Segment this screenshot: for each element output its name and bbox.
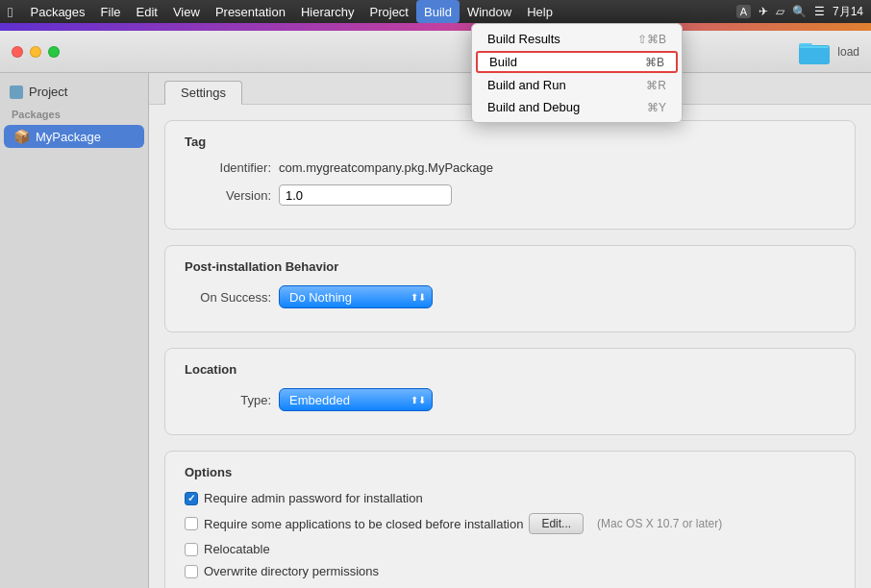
checkbox-row-1: Require some applications to be closed b… [185,513,835,534]
titlebar: load [0,31,871,73]
hint-text: (Mac OS X 10.7 or later) [597,517,722,530]
checkbox-label-2: Relocatable [204,542,270,556]
checkbox-label-1: Require some applications to be closed b… [204,517,523,531]
identifier-row: Identifier: com.mygreatcompany.pkg.MyPac… [185,160,835,175]
dropdown-shortcut-build: ⌘B [645,56,664,69]
type-value: Embedded [289,393,407,407]
type-row: Type: Embedded ⬆⬇ [185,388,835,411]
checkbox-row-0: Require admin password for installation [185,491,835,505]
tag-section-title: Tag [185,135,835,149]
edit-button[interactable]: Edit... [529,513,584,534]
version-label: Version: [185,188,271,203]
main-window: load Project Packages 📦 MyPackage Settin… [0,23,871,588]
folder-svg [799,39,830,64]
on-success-label: On Success: [185,290,271,305]
package-icon: 📦 [13,129,30,144]
menubar-date: 7月14 [833,4,863,20]
traffic-lights [12,46,60,58]
project-icon [10,86,23,99]
dropdown-label-build-run: Build and Run [487,78,638,92]
tab-settings[interactable]: Settings [164,81,242,105]
checkbox-row-3: Overwrite directory permissions [185,564,835,578]
select-arrow-icon: ⬆⬇ [411,292,426,303]
type-select-arrow-icon: ⬆⬇ [411,395,426,405]
sidebar-item-mypackage-label: MyPackage [36,130,101,144]
dropdown-item-build-run[interactable]: Build and Run ⌘R [472,74,682,96]
build-dropdown-menu: Build Results ⇧⌘B Build ⌘B Build and Run… [471,23,683,123]
upload-label: load [837,45,859,59]
menubar-icon-a: A [736,5,751,18]
dropdown-label-build: Build [489,55,637,69]
dropdown-label-build-debug: Build and Debug [487,100,639,114]
svg-rect-4 [799,48,830,63]
type-label: Type: [185,393,271,407]
version-input[interactable] [279,184,452,206]
on-success-row: On Success: Do Nothing ⬆⬇ [185,285,835,308]
on-success-select[interactable]: Do Nothing ⬆⬇ [279,285,433,308]
menubar-build[interactable]: Build [416,0,460,23]
packages-section-header: Packages [0,107,148,124]
location-title: Location [185,362,835,377]
menubar-window[interactable]: Window [460,0,519,23]
checkbox-label-3: Overwrite directory permissions [204,564,379,578]
sidebar-item-project[interactable]: Project [0,81,148,103]
menubar-notifications-icon[interactable]: ☰ [814,5,825,18]
dropdown-shortcut-build-run: ⌘R [646,79,666,92]
menubar:  Packages File Edit View Presentation H… [0,0,871,23]
menubar-view[interactable]: View [165,0,208,23]
version-row: Version: [185,184,835,206]
checkbox-label-0: Require admin password for installation [204,491,423,505]
settings-area: Tag Identifier: com.mygreatcompany.pkg.M… [149,105,871,588]
close-button[interactable] [12,46,23,58]
menubar-project[interactable]: Project [362,0,416,23]
minimize-button[interactable] [30,46,41,58]
fullscreen-button[interactable] [48,46,60,58]
type-select[interactable]: Embedded ⬆⬇ [279,388,433,411]
folder-icon[interactable] [799,38,830,65]
content-area: Settings Tag Identifier: com.mygreatcomp… [149,73,871,588]
sidebar: Project Packages 📦 MyPackage [0,73,149,588]
on-success-value: Do Nothing [289,290,407,305]
menubar-edit[interactable]: Edit [129,0,165,23]
menubar-help[interactable]: Help [519,0,560,23]
apple-menu-icon[interactable]:  [8,4,12,20]
toolbar-right: load [799,38,859,65]
checkbox-0[interactable] [185,492,198,505]
identifier-label: Identifier: [185,160,271,175]
post-install-title: Post-installation Behavior [185,259,835,274]
dropdown-shortcut-build-results: ⇧⌘B [637,33,666,46]
sidebar-item-mypackage[interactable]: 📦 MyPackage [4,125,144,148]
dropdown-label-build-results: Build Results [487,32,630,46]
header-gradient [0,23,871,31]
checkbox-3[interactable] [185,565,198,578]
dropdown-shortcut-build-debug: ⌘Y [647,101,666,114]
checkbox-row-2: Relocatable [185,542,835,556]
menubar-presentation[interactable]: Presentation [208,0,293,23]
menubar-hierarchy[interactable]: Hierarchy [293,0,362,23]
project-label: Project [29,85,67,99]
dropdown-item-build-debug[interactable]: Build and Debug ⌘Y [472,96,682,118]
options-section: Options Require admin password for insta… [164,451,856,588]
dropdown-item-build-results[interactable]: Build Results ⇧⌘B [472,28,682,50]
menubar-search-icon[interactable]: 🔍 [792,5,807,18]
post-install-section: Post-installation Behavior On Success: D… [164,245,856,332]
location-section: Location Type: Embedded ⬆⬇ [164,348,856,435]
checkbox-2[interactable] [185,543,198,556]
menubar-right: A ✈ ▱ 🔍 ☰ 7月14 [736,4,863,20]
menubar-file[interactable]: File [93,0,129,23]
checkbox-1[interactable] [185,517,198,530]
main-layout: Project Packages 📦 MyPackage Settings Ta… [0,73,871,588]
menubar-screen-icon: ▱ [776,5,784,18]
tag-section: Tag Identifier: com.mygreatcompany.pkg.M… [164,120,856,230]
dropdown-item-build[interactable]: Build ⌘B [476,51,678,73]
menubar-packages[interactable]: Packages [22,0,92,23]
menubar-clock-icon: ✈ [759,5,768,18]
options-title: Options [185,465,835,479]
identifier-value: com.mygreatcompany.pkg.MyPackage [279,160,493,175]
